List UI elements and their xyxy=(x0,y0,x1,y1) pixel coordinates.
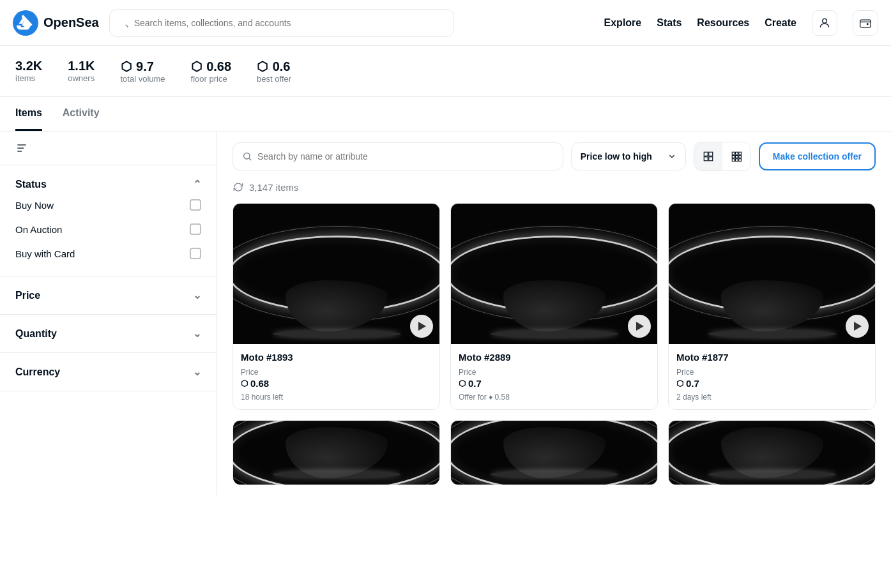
buy-now-label: Buy Now xyxy=(15,200,54,211)
nav-create[interactable]: Create xyxy=(765,17,796,29)
nft-card-2[interactable]: Moto #1877 Price ⬡ 0.7 2 days left xyxy=(668,203,876,410)
price-chevron-icon: ⌄ xyxy=(193,289,201,301)
svg-rect-15 xyxy=(732,156,735,158)
nft-price-label-1: Price xyxy=(459,368,650,377)
play-button-0[interactable] xyxy=(410,315,433,338)
svg-rect-13 xyxy=(735,152,738,155)
nft-search-input[interactable] xyxy=(257,151,554,162)
buy-with-card-option[interactable]: Buy with Card xyxy=(15,241,201,266)
nft-card-5[interactable] xyxy=(668,420,876,485)
nft-grid-row2 xyxy=(232,420,876,485)
make-collection-offer-button[interactable]: Make collection offer xyxy=(759,142,876,170)
nft-info-2: Moto #1877 Price ⬡ 0.7 2 days left xyxy=(669,344,875,409)
tab-items[interactable]: Items xyxy=(15,97,42,131)
profile-icon-btn[interactable] xyxy=(812,10,837,36)
svg-point-1 xyxy=(823,19,827,23)
buy-with-card-label: Buy with Card xyxy=(15,248,75,259)
nft-price-label-0: Price xyxy=(241,368,432,377)
filter-icon[interactable] xyxy=(15,142,28,155)
svg-point-6 xyxy=(244,153,250,159)
main-nav: Explore Stats Resources Create xyxy=(604,10,878,36)
tabs: Items Activity xyxy=(0,97,891,132)
sidebar-toolbar xyxy=(0,132,217,165)
wallet-icon-btn[interactable] xyxy=(853,10,878,36)
sidebar: Status ⌃ Buy Now On Auction Buy with Car… xyxy=(0,132,217,495)
stat-best-offer-value: ⬡ 0.6 xyxy=(257,59,291,74)
svg-rect-2 xyxy=(860,20,871,27)
stat-owners-value: 1.1K xyxy=(68,59,95,73)
view-toggle xyxy=(694,142,751,171)
play-button-1[interactable] xyxy=(628,315,651,338)
price-label: Price xyxy=(15,290,40,301)
nft-image-4 xyxy=(451,421,657,485)
global-search[interactable] xyxy=(109,9,454,37)
nft-name-2: Moto #1877 xyxy=(676,352,867,363)
nft-price-0: ⬡ 0.68 xyxy=(241,378,432,389)
on-auction-label: On Auction xyxy=(15,224,62,235)
svg-rect-10 xyxy=(704,157,708,161)
buy-with-card-checkbox[interactable] xyxy=(190,248,201,259)
nft-search[interactable] xyxy=(232,142,563,170)
stat-floor-price-label: floor price xyxy=(191,74,232,84)
svg-rect-12 xyxy=(732,152,735,155)
nav-explore[interactable]: Explore xyxy=(604,17,642,29)
stats-bar: 3.2K items 1.1K owners ⬡ 9.7 total volum… xyxy=(0,46,891,97)
search-icon xyxy=(119,18,129,28)
eth-icon-volume: ⬡ xyxy=(121,59,132,74)
global-search-input[interactable] xyxy=(134,18,445,28)
stat-best-offer: ⬡ 0.6 best offer xyxy=(257,59,291,84)
on-auction-checkbox[interactable] xyxy=(190,223,201,235)
nav-resources[interactable]: Resources xyxy=(697,17,749,29)
stat-floor-price-value: ⬡ 0.68 xyxy=(191,59,232,74)
svg-rect-16 xyxy=(735,156,738,158)
svg-rect-8 xyxy=(704,152,708,156)
on-auction-option[interactable]: On Auction xyxy=(15,217,201,241)
nav-stats[interactable]: Stats xyxy=(657,17,682,29)
sort-dropdown[interactable]: Price low to high xyxy=(571,142,686,170)
quantity-section: Quantity ⌄ xyxy=(0,315,217,353)
nft-image-0 xyxy=(233,204,439,344)
sort-label: Price low to high xyxy=(581,151,652,162)
currency-chevron-icon: ⌄ xyxy=(193,366,201,378)
nft-offer-1: Offer for ♦ 0.58 xyxy=(459,393,650,402)
currency-header[interactable]: Currency ⌄ xyxy=(15,363,201,381)
buy-now-option[interactable]: Buy Now xyxy=(15,193,201,217)
content-area: Price low to high Make collection offer … xyxy=(217,132,891,495)
items-count-text: 3,147 items xyxy=(249,182,299,193)
stat-items: 3.2K items xyxy=(15,59,42,84)
nft-grid: Moto #1893 Price ⬡ 0.68 18 hours left xyxy=(232,203,876,410)
logo[interactable]: OpenSea xyxy=(13,10,99,36)
stat-total-volume-label: total volume xyxy=(121,74,165,84)
nft-image-1 xyxy=(451,204,657,344)
nft-price-2: ⬡ 0.7 xyxy=(676,378,867,389)
nft-card-4[interactable] xyxy=(450,420,658,485)
eth-icon-0: ⬡ xyxy=(241,379,248,388)
tab-activity[interactable]: Activity xyxy=(63,97,100,131)
eth-icon-offer: ⬡ xyxy=(257,59,268,74)
main-layout: Status ⌃ Buy Now On Auction Buy with Car… xyxy=(0,132,891,495)
quantity-header[interactable]: Quantity ⌄ xyxy=(15,325,201,342)
price-header[interactable]: Price ⌄ xyxy=(15,287,201,304)
nft-card-1[interactable]: Moto #2889 Price ⬡ 0.7 Offer for ♦ 0.58 xyxy=(450,203,658,410)
nft-card-0[interactable]: Moto #1893 Price ⬡ 0.68 18 hours left xyxy=(232,203,440,410)
stat-owners-label: owners xyxy=(68,73,95,83)
refresh-icon[interactable] xyxy=(232,181,244,193)
nft-image-2 xyxy=(669,204,875,344)
status-section: Status ⌃ Buy Now On Auction Buy with Car… xyxy=(0,165,217,276)
buy-now-checkbox[interactable] xyxy=(190,199,201,211)
nft-search-icon xyxy=(242,151,252,162)
nft-image-3 xyxy=(233,421,439,485)
play-button-2[interactable] xyxy=(846,315,869,338)
stat-best-offer-label: best offer xyxy=(257,74,291,84)
nft-card-3[interactable] xyxy=(232,420,440,485)
stat-floor-price: ⬡ 0.68 floor price xyxy=(191,59,232,84)
svg-rect-20 xyxy=(738,159,741,162)
svg-line-7 xyxy=(249,158,251,160)
eth-icon-floor: ⬡ xyxy=(191,59,202,74)
grid-small-btn[interactable] xyxy=(722,142,750,170)
grid-large-btn[interactable] xyxy=(694,142,722,170)
nft-info-0: Moto #1893 Price ⬡ 0.68 18 hours left xyxy=(233,344,439,409)
status-header[interactable]: Status ⌃ xyxy=(15,176,201,193)
svg-rect-9 xyxy=(708,152,712,156)
price-section: Price ⌄ xyxy=(0,276,217,315)
